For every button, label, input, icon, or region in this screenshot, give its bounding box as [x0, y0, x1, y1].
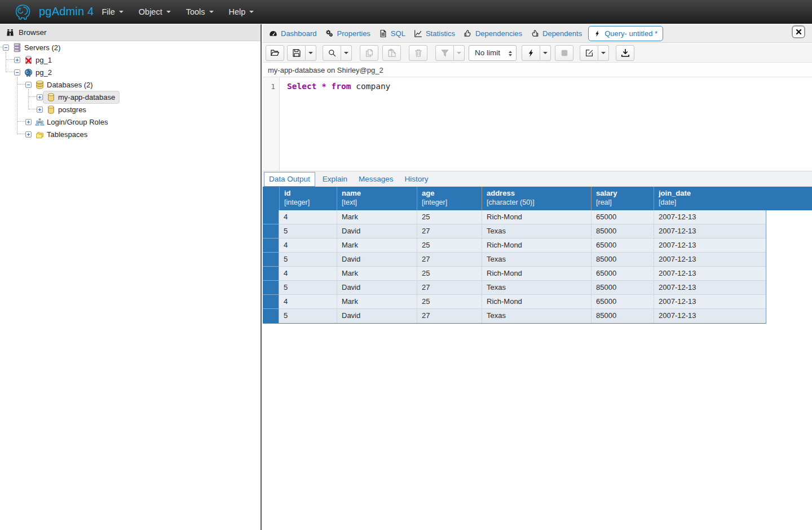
grid-cell-salary[interactable]: 65000 [591, 238, 654, 253]
grid-cell-join_date[interactable]: 2007-12-13 [654, 267, 766, 281]
grid-cell-salary[interactable]: 85000 [591, 253, 654, 267]
grid-cell-address[interactable]: Rich-Mond [482, 210, 591, 224]
cancel-query-button[interactable] [555, 45, 573, 61]
tab-data-output[interactable]: Data Output [264, 172, 315, 187]
grid-cell-salary[interactable]: 65000 [591, 295, 654, 309]
grid-cell-name[interactable]: David [337, 309, 417, 323]
tab-dependents[interactable]: Dependents [528, 26, 584, 41]
grid-cell-address[interactable]: Rich-Mond [482, 295, 591, 309]
paste-button[interactable] [382, 45, 401, 61]
tab-messages[interactable]: Messages [359, 175, 394, 183]
tab-dependencies[interactable]: Dependencies [461, 26, 524, 41]
row-selector-cell[interactable] [263, 253, 279, 267]
save-file-button[interactable] [287, 45, 306, 61]
grid-cell-name[interactable]: Mark [337, 210, 417, 224]
execute-options-dropdown[interactable] [540, 45, 551, 61]
expand-plus-icon[interactable] [25, 119, 32, 125]
delete-row-button[interactable] [409, 45, 427, 61]
grid-cell-join_date[interactable]: 2007-12-13 [654, 224, 766, 238]
grid-cell-join_date[interactable]: 2007-12-13 [654, 281, 766, 295]
tree-node-databases-2[interactable]: Databases (2) [25, 78, 98, 91]
row-selector-cell[interactable] [263, 309, 279, 323]
grid-cell-address[interactable]: Texas [482, 281, 591, 295]
expand-plus-icon[interactable] [14, 57, 20, 63]
tree-node-pg-2[interactable]: pg_2 [14, 66, 56, 78]
find-options-dropdown[interactable] [341, 45, 352, 61]
grid-cell-name[interactable]: David [337, 281, 417, 295]
close-panel-button[interactable] [792, 25, 805, 38]
sql-editor[interactable]: 1 Select * from company [263, 77, 812, 171]
expand-plus-icon[interactable] [25, 131, 32, 138]
grid-column-header-join_date[interactable]: join_date[date] [654, 187, 766, 210]
expand-plus-icon[interactable] [37, 107, 43, 113]
grid-cell-address[interactable]: Texas [482, 253, 591, 267]
execute-query-button[interactable] [522, 45, 540, 61]
grid-cell-age[interactable]: 25 [417, 267, 482, 281]
menu-file[interactable]: File [102, 7, 123, 16]
row-selector-cell[interactable] [263, 281, 279, 295]
grid-cell-age[interactable]: 27 [417, 309, 482, 323]
grid-cell-name[interactable]: Mark [337, 295, 417, 309]
save-options-dropdown[interactable] [306, 45, 316, 61]
grid-cell-join_date[interactable]: 2007-12-13 [654, 253, 766, 267]
grid-cell-name[interactable]: David [337, 253, 417, 267]
grid-cell-id[interactable]: 5 [279, 253, 337, 267]
collapse-minus-icon[interactable] [25, 82, 32, 88]
grid-cell-age[interactable]: 25 [417, 238, 482, 253]
grid-cell-address[interactable]: Texas [482, 309, 591, 323]
open-file-button[interactable] [266, 45, 284, 61]
grid-cell-salary[interactable]: 85000 [591, 309, 654, 323]
row-selector-cell[interactable] [263, 238, 279, 253]
tab-properties[interactable]: Properties [323, 26, 373, 41]
grid-column-header-id[interactable]: id[integer] [279, 187, 337, 210]
tab-dashboard[interactable]: Dashboard [267, 26, 319, 41]
collapse-minus-icon[interactable] [3, 45, 9, 51]
tree-node-tablespaces[interactable]: Tablespaces [25, 128, 92, 140]
copy-button[interactable] [360, 45, 378, 61]
find-button[interactable] [323, 45, 341, 61]
grid-cell-salary[interactable]: 65000 [591, 210, 654, 224]
grid-cell-age[interactable]: 27 [417, 281, 482, 295]
grid-cell-age[interactable]: 27 [417, 224, 482, 238]
row-selector-cell[interactable] [263, 295, 279, 309]
grid-cell-join_date[interactable]: 2007-12-13 [654, 238, 766, 253]
grid-cell-salary[interactable]: 85000 [591, 281, 654, 295]
menu-tools[interactable]: Tools [186, 7, 214, 16]
menu-object[interactable]: Object [139, 7, 171, 16]
grid-cell-name[interactable]: Mark [337, 238, 417, 253]
menu-help[interactable]: Help [229, 7, 254, 16]
grid-cell-id[interactable]: 5 [279, 309, 337, 323]
tab-query-untitled[interactable]: Query- untitled * [588, 26, 663, 41]
tab-history[interactable]: History [405, 175, 429, 183]
row-selector-cell[interactable] [263, 224, 279, 238]
row-selector-cell[interactable] [263, 210, 279, 224]
tree-node-my-app-database[interactable]: my-app-database [37, 91, 120, 103]
row-limit-select[interactable]: No limit [469, 45, 517, 61]
grid-column-header-age[interactable]: age[integer] [417, 187, 482, 210]
edit-mode-button[interactable] [580, 45, 598, 61]
grid-cell-age[interactable]: 25 [417, 295, 482, 309]
tree-node-postgres[interactable]: postgres [37, 103, 91, 116]
edit-options-dropdown[interactable] [598, 45, 609, 61]
grid-cell-join_date[interactable]: 2007-12-13 [654, 210, 766, 224]
grid-cell-age[interactable]: 25 [417, 210, 482, 224]
collapse-minus-icon[interactable] [14, 69, 20, 76]
grid-cell-address[interactable]: Rich-Mond [482, 238, 591, 253]
grid-cell-name[interactable]: Mark [337, 267, 417, 281]
tab-statistics[interactable]: Statistics [412, 26, 457, 41]
grid-select-all-corner[interactable] [263, 187, 279, 210]
download-csv-button[interactable] [616, 45, 634, 61]
grid-cell-join_date[interactable]: 2007-12-13 [654, 309, 766, 323]
expand-plus-icon[interactable] [37, 94, 43, 100]
grid-cell-id[interactable]: 4 [279, 295, 337, 309]
grid-cell-id[interactable]: 4 [279, 210, 337, 224]
grid-cell-name[interactable]: David [337, 224, 417, 238]
grid-cell-id[interactable]: 4 [279, 238, 337, 253]
grid-column-header-salary[interactable]: salary[real] [591, 187, 654, 210]
grid-cell-address[interactable]: Texas [482, 224, 591, 238]
grid-cell-join_date[interactable]: 2007-12-13 [654, 295, 766, 309]
grid-cell-address[interactable]: Rich-Mond [482, 267, 591, 281]
grid-cell-age[interactable]: 27 [417, 253, 482, 267]
grid-cell-id[interactable]: 4 [279, 267, 337, 281]
tab-sql[interactable]: SQL [377, 26, 408, 41]
